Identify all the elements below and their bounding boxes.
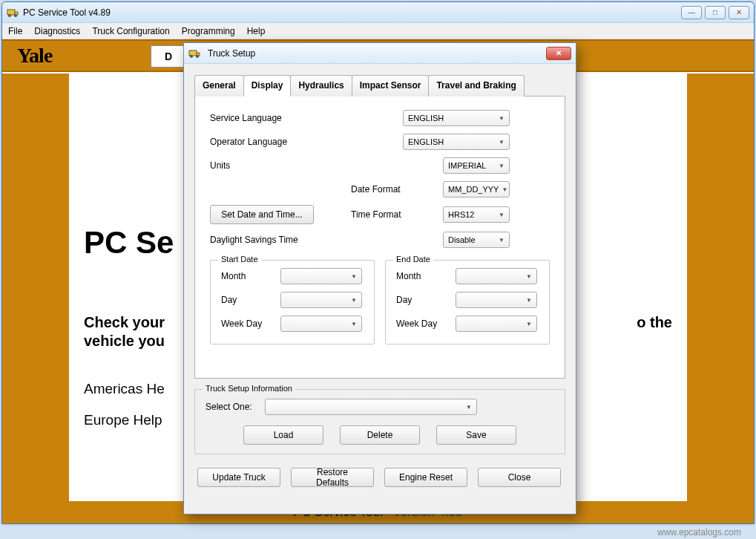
start-date-fieldset: Start Date Month▼ Day▼ Week Day▼ bbox=[210, 260, 375, 344]
dialog-title: Truck Setup bbox=[208, 48, 546, 59]
titlebar: PC Service Tool v4.89 — □ ✕ bbox=[2, 2, 754, 23]
chevron-down-icon: ▼ bbox=[499, 163, 504, 169]
menu-file[interactable]: File bbox=[8, 26, 22, 36]
select-one-label: Select One: bbox=[206, 402, 265, 412]
chevron-down-icon: ▼ bbox=[526, 273, 532, 280]
date-format-select[interactable]: MM_DD_YYY▼ bbox=[443, 181, 510, 197]
end-month-label: Month bbox=[396, 271, 456, 281]
tab-hydraulics[interactable]: Hydraulics bbox=[290, 75, 352, 97]
chevron-down-icon: ▼ bbox=[499, 115, 504, 122]
tab-travel-braking[interactable]: Travel and Braking bbox=[428, 75, 524, 97]
menu-programming[interactable]: Programming bbox=[182, 26, 235, 36]
watermark: www.epcatalogs.com bbox=[657, 527, 741, 538]
end-month-select[interactable]: ▼ bbox=[456, 268, 537, 284]
units-select[interactable]: IMPERIAL▼ bbox=[443, 157, 510, 174]
tab-pane-display: Service Language ENGLISH▼ Operator Langu… bbox=[194, 97, 565, 379]
chevron-down-icon: ▼ bbox=[466, 404, 472, 411]
dialog-close-bottom-button[interactable]: Close bbox=[478, 468, 561, 487]
dst-label: Daylight Savings Time bbox=[210, 235, 351, 245]
intro-right: o the bbox=[637, 314, 672, 331]
set-date-time-button[interactable]: Set Date and Time... bbox=[210, 205, 314, 224]
update-truck-button[interactable]: Update Truck bbox=[197, 468, 280, 487]
svg-rect-4 bbox=[189, 50, 197, 56]
end-day-label: Day bbox=[396, 295, 456, 305]
window-title: PC Service Tool v4.89 bbox=[23, 7, 681, 18]
svg-point-7 bbox=[196, 55, 199, 58]
chevron-down-icon: ▼ bbox=[499, 237, 504, 244]
app-icon bbox=[7, 7, 19, 19]
tab-general[interactable]: General bbox=[194, 75, 244, 97]
end-weekday-select[interactable]: ▼ bbox=[456, 316, 537, 332]
menu-truck-configuration[interactable]: Truck Configuration bbox=[92, 26, 169, 36]
service-language-label: Service Language bbox=[210, 113, 351, 123]
svg-rect-0 bbox=[7, 10, 15, 15]
end-date-legend: End Date bbox=[393, 255, 433, 264]
band-box: D bbox=[151, 45, 186, 68]
start-day-select[interactable]: ▼ bbox=[280, 292, 362, 308]
close-button[interactable]: ✕ bbox=[729, 6, 749, 19]
chevron-down-icon: ▼ bbox=[499, 212, 504, 218]
menu-help[interactable]: Help bbox=[247, 26, 266, 36]
svg-point-3 bbox=[14, 14, 17, 17]
service-language-select[interactable]: ENGLISH▼ bbox=[403, 110, 510, 126]
tab-strip: General Display Hydraulics Impact Sensor… bbox=[194, 74, 565, 97]
tab-display[interactable]: Display bbox=[243, 75, 292, 97]
operator-language-select[interactable]: ENGLISH▼ bbox=[403, 134, 510, 150]
end-weekday-label: Week Day bbox=[396, 318, 456, 329]
units-label: Units bbox=[210, 160, 351, 171]
start-month-label: Month bbox=[221, 271, 280, 281]
chevron-down-icon: ▼ bbox=[526, 297, 532, 304]
save-button[interactable]: Save bbox=[436, 425, 516, 445]
chevron-down-icon: ▼ bbox=[502, 186, 507, 193]
menu-diagnostics[interactable]: Diagnostics bbox=[34, 26, 80, 36]
tab-impact-sensor[interactable]: Impact Sensor bbox=[352, 75, 430, 97]
start-month-select[interactable]: ▼ bbox=[280, 268, 362, 284]
start-day-label: Day bbox=[221, 295, 280, 305]
operator-language-label: Operator Language bbox=[210, 137, 351, 147]
start-weekday-label: Week Day bbox=[221, 318, 280, 329]
chevron-down-icon: ▼ bbox=[526, 321, 532, 327]
truck-setup-dialog: Truck Setup ✕ General Display Hydraulics… bbox=[183, 42, 576, 514]
start-date-legend: Start Date bbox=[218, 255, 261, 264]
truck-setup-info-fieldset: Truck Setup Information Select One: ▼ Lo… bbox=[194, 389, 565, 454]
intro-left: Check your bbox=[84, 314, 165, 331]
maximize-button[interactable]: □ bbox=[705, 6, 726, 19]
end-date-fieldset: End Date Month▼ Day▼ Week Day▼ bbox=[385, 260, 550, 344]
chevron-down-icon: ▼ bbox=[351, 297, 357, 304]
chevron-down-icon: ▼ bbox=[499, 139, 504, 146]
delete-button[interactable]: Delete bbox=[340, 425, 420, 445]
dst-select[interactable]: Disable▼ bbox=[443, 232, 510, 248]
dialog-titlebar: Truck Setup ✕ bbox=[184, 43, 576, 64]
minimize-button[interactable]: — bbox=[681, 6, 702, 19]
svg-point-6 bbox=[190, 55, 193, 58]
chevron-down-icon: ▼ bbox=[351, 321, 357, 327]
chevron-down-icon: ▼ bbox=[351, 273, 357, 280]
truck-setup-info-legend: Truck Setup Information bbox=[203, 384, 295, 393]
brand-logo: Yale bbox=[17, 44, 52, 68]
load-button[interactable]: Load bbox=[243, 425, 323, 445]
end-day-select[interactable]: ▼ bbox=[456, 292, 537, 308]
date-format-label: Date Format bbox=[351, 184, 415, 195]
menubar: File Diagnostics Truck Configuration Pro… bbox=[2, 23, 754, 39]
page-heading: PC Se bbox=[84, 225, 174, 261]
restore-defaults-button[interactable]: Restore Defaults bbox=[291, 468, 374, 487]
time-format-select[interactable]: HRS12▼ bbox=[443, 206, 510, 223]
svg-point-2 bbox=[8, 14, 11, 17]
select-one-select[interactable]: ▼ bbox=[265, 399, 477, 415]
dialog-icon bbox=[188, 48, 200, 59]
start-weekday-select[interactable]: ▼ bbox=[280, 316, 362, 332]
engine-reset-button[interactable]: Engine Reset bbox=[384, 468, 467, 487]
time-format-label: Time Format bbox=[351, 209, 415, 220]
dialog-close-button[interactable]: ✕ bbox=[546, 47, 571, 60]
